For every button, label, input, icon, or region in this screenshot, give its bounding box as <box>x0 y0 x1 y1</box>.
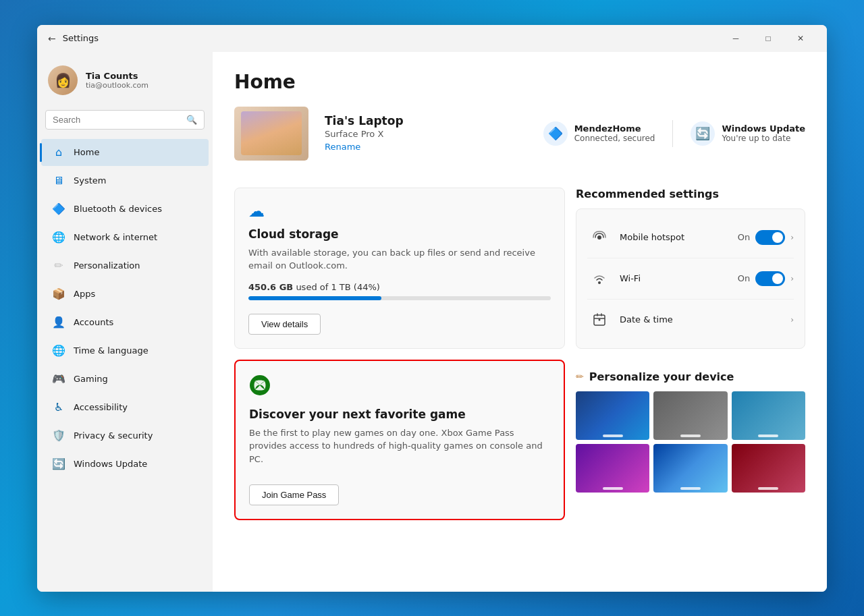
wifi-status: On <box>738 273 750 283</box>
search-icon: 🔍 <box>186 115 197 125</box>
device-rename-link[interactable]: Rename <box>325 142 360 152</box>
network-info: 🔷 MendezHome Connected, secured 🔄 Window… <box>543 120 805 147</box>
back-button[interactable]: ← <box>48 33 56 44</box>
cloud-storage-title: Cloud storage <box>248 227 551 241</box>
bluetooth-icon: 🔷 <box>52 202 65 216</box>
sidebar-item-time-label: Time & language <box>74 345 148 356</box>
wallpaper-thumb-3[interactable] <box>732 391 805 440</box>
sidebar-item-gaming-label: Gaming <box>74 374 108 384</box>
device-model: Surface Pro X <box>325 129 527 139</box>
setting-row-hotspot: Mobile hotspot On › <box>587 217 794 258</box>
sidebar-item-privacy-label: Privacy & security <box>74 430 153 441</box>
storage-bar-container: 450.6 GB used of 1 TB (44%) <box>248 282 551 300</box>
wallpaper-thumb-1[interactable] <box>576 391 649 440</box>
cloud-storage-desc: With available storage, you can back up … <box>248 246 551 273</box>
network-item-update: 🔄 Windows Update You're up to date <box>691 121 805 146</box>
wifi-toggle[interactable] <box>755 271 785 286</box>
wallpaper-grid <box>576 391 805 493</box>
windows-update-icon: 🔄 <box>52 457 65 471</box>
svg-point-1 <box>597 235 601 240</box>
right-column: Recommended settings Mobile hotspot <box>576 188 805 521</box>
apps-icon: 📦 <box>52 287 65 301</box>
windows-update-details: Windows Update You're up to date <box>722 123 805 143</box>
personalize-title: ✏️ Personalize your device <box>576 370 805 383</box>
datetime-label: Date & time <box>620 314 785 325</box>
sidebar-item-home[interactable]: ⌂ Home <box>41 139 209 166</box>
device-info-bar: Tia's Laptop Surface Pro X Rename 🔷 Mend… <box>234 107 805 171</box>
sidebar-item-bluetooth-label: Bluetooth & devices <box>74 204 162 214</box>
sidebar-item-apps[interactable]: 📦 Apps <box>41 281 209 308</box>
hotspot-chevron: › <box>790 233 794 242</box>
cards-grid: ☁️ Cloud storage With available storage,… <box>234 188 805 521</box>
user-name: Tia Counts <box>86 71 148 81</box>
device-details: Tia's Laptop Surface Pro X Rename <box>325 114 527 152</box>
svg-point-2 <box>598 281 601 284</box>
sidebar-item-time[interactable]: 🌐 Time & language <box>41 337 209 364</box>
titlebar-title: Settings <box>63 33 99 43</box>
cloud-icon: ☁️ <box>248 202 551 221</box>
view-details-button[interactable]: View details <box>248 314 321 335</box>
hotspot-toggle[interactable] <box>755 230 785 245</box>
storage-bar <box>248 296 551 300</box>
wallpaper-thumb-4[interactable] <box>576 444 649 493</box>
wifi-icon <box>587 267 612 291</box>
windows-update-title: Windows Update <box>722 123 805 134</box>
titlebar-left: ← Settings <box>48 33 720 44</box>
maximize-button[interactable]: □ <box>753 28 784 49</box>
sidebar-item-apps-label: Apps <box>74 289 95 299</box>
storage-percent: (44%) <box>354 282 380 292</box>
accounts-icon: 👤 <box>52 316 65 329</box>
search-box[interactable]: 🔍 <box>45 110 205 130</box>
datetime-icon <box>587 308 612 332</box>
network-item-wifi: 🔷 MendezHome Connected, secured <box>543 121 655 146</box>
personalization-icon: ✏️ <box>52 259 65 273</box>
user-section: 👩 Tia Counts tia@outlook.com <box>37 60 213 106</box>
storage-total: 1 TB <box>331 282 350 292</box>
content-area: Home Tia's Laptop Surface Pro X Rename 🔷… <box>213 52 827 592</box>
pencil-icon: ✏️ <box>576 371 584 382</box>
setting-row-datetime: Date & time › <box>587 300 794 340</box>
wallpaper-thumb-6[interactable] <box>732 444 805 493</box>
personalize-title-text: Personalize your device <box>589 370 734 383</box>
network-icon: 🌐 <box>52 231 65 244</box>
sidebar-item-gaming[interactable]: 🎮 Gaming <box>41 366 209 393</box>
user-info: Tia Counts tia@outlook.com <box>86 71 148 90</box>
network-connected-status: Connected, secured <box>574 134 655 143</box>
sidebar-item-network-label: Network & internet <box>74 232 157 242</box>
system-icon: 🖥 <box>52 174 65 188</box>
sidebar-item-accessibility-label: Accessibility <box>74 402 128 412</box>
device-name: Tia's Laptop <box>325 114 527 128</box>
hotspot-status: On <box>738 232 750 242</box>
xbox-icon <box>249 374 550 401</box>
wallpaper-thumb-2[interactable] <box>653 391 727 440</box>
search-input[interactable] <box>53 115 181 125</box>
storage-used: 450.6 GB <box>248 282 293 292</box>
game-pass-desc: Be the first to play new games on day on… <box>249 426 550 466</box>
network-name: MendezHome <box>574 123 655 134</box>
sidebar-item-windows-update[interactable]: 🔄 Windows Update <box>41 451 209 478</box>
main-content: 👩 Tia Counts tia@outlook.com 🔍 ⌂ Home 🖥 … <box>37 52 827 592</box>
sidebar-item-home-label: Home <box>74 147 99 157</box>
page-title: Home <box>234 71 805 93</box>
game-pass-title: Discover your next favorite game <box>249 408 550 421</box>
user-email: tia@outlook.com <box>86 81 148 90</box>
sidebar-item-privacy[interactable]: 🛡️ Privacy & security <box>41 422 209 449</box>
setting-row-wifi: Wi-Fi On › <box>587 258 794 300</box>
wifi-network-details: MendezHome Connected, secured <box>574 123 655 143</box>
sidebar-item-accounts[interactable]: 👤 Accounts <box>41 309 209 336</box>
sidebar-item-network[interactable]: 🌐 Network & internet <box>41 224 209 251</box>
sidebar-item-bluetooth[interactable]: 🔷 Bluetooth & devices <box>41 196 209 223</box>
join-game-pass-button[interactable]: Join Game Pass <box>249 484 339 505</box>
accessibility-icon: ♿ <box>52 401 65 414</box>
wifi-network-icon: 🔷 <box>543 121 568 146</box>
close-button[interactable]: ✕ <box>785 28 816 49</box>
minimize-button[interactable]: ─ <box>720 28 751 49</box>
wifi-label: Wi-Fi <box>620 273 738 283</box>
storage-label: used of <box>296 282 331 292</box>
wallpaper-thumb-5[interactable] <box>653 444 727 493</box>
sidebar-item-system[interactable]: 🖥 System <box>41 167 209 194</box>
hotspot-icon <box>587 225 612 250</box>
left-column: ☁️ Cloud storage With available storage,… <box>234 188 565 521</box>
sidebar-item-accessibility[interactable]: ♿ Accessibility <box>41 394 209 421</box>
sidebar-item-personalization[interactable]: ✏️ Personalization <box>41 252 209 279</box>
